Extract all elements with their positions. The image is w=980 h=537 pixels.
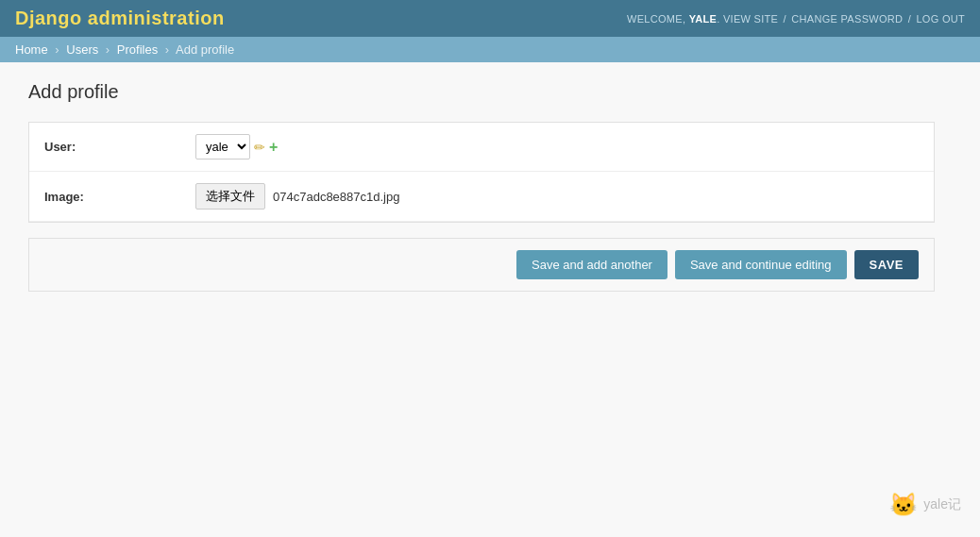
- breadcrumb: Home › Users › Profiles › Add profile: [0, 37, 980, 62]
- breadcrumb-sep3: ›: [165, 42, 169, 57]
- user-field: yale ✏ +: [195, 134, 278, 159]
- image-label: Image:: [44, 190, 195, 204]
- file-name: 074c7adc8e887c1d.jpg: [273, 190, 399, 204]
- breadcrumb-users[interactable]: Users: [66, 42, 98, 57]
- image-form-row: Image: 选择文件 074c7adc8e887c1d.jpg: [29, 172, 934, 222]
- breadcrumb-home[interactable]: Home: [15, 42, 48, 57]
- welcome-text: WELCOME,: [627, 13, 685, 25]
- log-out-link[interactable]: LOG OUT: [916, 13, 965, 25]
- breadcrumb-profiles[interactable]: Profiles: [117, 42, 158, 57]
- change-password-link[interactable]: CHANGE PASSWORD: [791, 13, 903, 25]
- choose-file-button[interactable]: 选择文件: [195, 183, 265, 210]
- user-form-row: User: yale ✏ +: [29, 123, 934, 172]
- page-title: Add profile: [28, 81, 935, 103]
- breadcrumb-sep1: ›: [55, 42, 59, 57]
- separator1: /: [784, 13, 786, 25]
- add-user-icon[interactable]: +: [269, 139, 278, 156]
- site-title: Django administration: [15, 8, 225, 29]
- image-field: 选择文件 074c7adc8e887c1d.jpg: [195, 183, 399, 210]
- save-add-another-button[interactable]: Save and add another: [516, 250, 667, 279]
- breadcrumb-current: Add profile: [176, 42, 234, 57]
- user-tools: WELCOME, YALE. VIEW SITE / CHANGE PASSWO…: [627, 13, 965, 25]
- user-label: User:: [44, 140, 195, 154]
- username: YALE: [689, 13, 718, 25]
- submit-row: Save and add another Save and continue e…: [28, 238, 935, 292]
- edit-user-icon[interactable]: ✏: [254, 140, 265, 155]
- view-site-link[interactable]: VIEW SITE: [723, 13, 778, 25]
- save-button[interactable]: SAVE: [854, 250, 919, 279]
- breadcrumb-sep2: ›: [106, 42, 110, 57]
- form-container: User: yale ✏ + Image: 选择文件 074c7adc8e887…: [28, 122, 935, 223]
- separator2: /: [908, 13, 911, 25]
- save-continue-editing-button[interactable]: Save and continue editing: [675, 250, 847, 279]
- header: Django administration WELCOME, YALE. VIE…: [0, 0, 980, 37]
- user-select[interactable]: yale: [195, 134, 250, 159]
